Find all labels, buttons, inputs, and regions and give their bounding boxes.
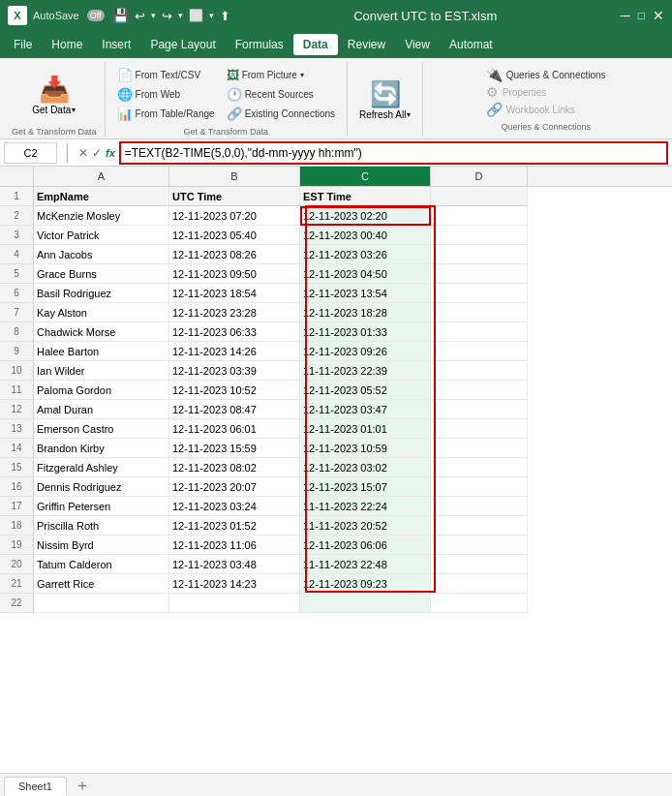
cell-empname[interactable]: Amal Duran — [34, 400, 169, 419]
cell-d[interactable] — [431, 400, 528, 419]
cell-utctime[interactable]: 12-11-2023 03:39 — [169, 361, 300, 381]
cell-utctime[interactable]: 12-11-2023 03:48 — [169, 555, 300, 574]
cell-d[interactable] — [431, 284, 528, 303]
cell-d[interactable] — [431, 458, 528, 477]
cell-empname[interactable]: Ian Wilder — [34, 361, 169, 381]
confirm-formula-icon[interactable]: ✓ — [92, 146, 102, 160]
cell-utctime[interactable]: 12-11-2023 07:20 — [169, 206, 300, 226]
cell-d[interactable] — [431, 322, 528, 342]
cell-esttime[interactable]: 12-11-2023 01:01 — [300, 419, 431, 439]
cell-d[interactable] — [431, 574, 528, 594]
cell-esttime[interactable]: 11-11-2023 20:52 — [300, 516, 431, 536]
cell-esttime[interactable]: 12-11-2023 10:59 — [300, 439, 431, 458]
cell-empname[interactable]: Victor Patrick — [34, 226, 169, 245]
cell-esttime[interactable]: 12-11-2023 01:33 — [300, 322, 431, 342]
cell-d[interactable] — [431, 303, 528, 322]
cell-esttime[interactable]: 12-11-2023 02:20 — [300, 206, 431, 226]
cell-esttime[interactable]: 11-11-2023 22:48 — [300, 555, 431, 574]
cancel-formula-icon[interactable]: ✕ — [78, 146, 88, 160]
existing-connections-button[interactable]: 🔗 Existing Connections — [223, 105, 339, 123]
cell-utctime[interactable]: 12-11-2023 14:26 — [169, 342, 300, 361]
cell-utctime[interactable]: 12-11-2023 06:33 — [169, 322, 300, 342]
menu-home[interactable]: Home — [42, 34, 92, 55]
cell-d[interactable] — [431, 381, 528, 400]
save-icon[interactable]: 💾 — [112, 8, 129, 23]
cell-empname[interactable]: Fitzgerald Ashley — [34, 458, 169, 477]
cell-empname[interactable] — [34, 594, 169, 613]
cell-esttime[interactable]: EST Time — [300, 187, 431, 206]
cell-utctime[interactable]: 12-11-2023 09:50 — [169, 264, 300, 284]
cell-empname[interactable]: Emerson Castro — [34, 419, 169, 439]
close-icon[interactable]: ✕ — [653, 8, 664, 23]
picture-dropdown[interactable]: ▾ — [300, 71, 304, 79]
quick-access-dropdown[interactable]: ▾ — [209, 11, 214, 20]
cell-empname[interactable]: Garrett Rice — [34, 574, 169, 594]
cell-d[interactable] — [431, 594, 528, 613]
queries-connections-button[interactable]: 🔌 Queries & Connections — [483, 66, 609, 83]
sheet-tab-sheet1[interactable]: Sheet1 — [4, 777, 67, 796]
cell-d[interactable] — [431, 187, 528, 206]
formula-input-box[interactable]: =TEXT(B2-TIME(5,0,0),"dd-mm-yyyy hh:mm") — [119, 141, 668, 165]
cell-empname[interactable]: Kay Alston — [34, 303, 169, 322]
cell-empname[interactable]: Paloma Gordon — [34, 381, 169, 400]
insert-function-icon[interactable]: fx — [106, 147, 115, 159]
cell-esttime[interactable]: 12-11-2023 04:50 — [300, 264, 431, 284]
cell-utctime[interactable]: 12-11-2023 15:59 — [169, 439, 300, 458]
autosave-toggle[interactable]: Off — [87, 10, 105, 21]
cell-d[interactable] — [431, 226, 528, 245]
cell-empname[interactable]: EmpName — [34, 187, 169, 206]
cell-empname[interactable]: Brandon Kirby — [34, 439, 169, 458]
share-icon[interactable]: ⬆ — [220, 9, 230, 23]
cell-esttime[interactable]: 11-11-2023 22:24 — [300, 497, 431, 516]
cell-utctime[interactable]: 12-11-2023 10:52 — [169, 381, 300, 400]
recent-sources-button[interactable]: 🕐 Recent Sources — [223, 85, 339, 104]
menu-page-layout[interactable]: Page Layout — [140, 34, 225, 55]
quick-access-more[interactable]: ⬜ — [189, 9, 203, 22]
cell-esttime[interactable]: 12-11-2023 06:06 — [300, 536, 431, 555]
cell-utctime[interactable]: 12-11-2023 14:23 — [169, 574, 300, 594]
get-data-button[interactable]: 📥 Get Data ▾ — [28, 73, 79, 117]
redo-icon[interactable]: ↪ — [162, 9, 172, 23]
refresh-dropdown[interactable]: ▾ — [407, 110, 411, 119]
cell-utctime[interactable]: 12-11-2023 18:54 — [169, 284, 300, 303]
cell-d[interactable] — [431, 342, 528, 361]
from-table-range-button[interactable]: 📊 From Table/Range — [113, 105, 219, 123]
cell-esttime[interactable]: 12-11-2023 09:26 — [300, 342, 431, 361]
cell-utctime[interactable]: 12-11-2023 01:52 — [169, 516, 300, 536]
maximize-icon[interactable]: □ — [638, 9, 645, 22]
cell-esttime[interactable]: 12-11-2023 00:40 — [300, 226, 431, 245]
cell-empname[interactable]: Tatum Calderon — [34, 555, 169, 574]
cell-d[interactable] — [431, 361, 528, 381]
cell-utctime[interactable]: 12-11-2023 08:47 — [169, 400, 300, 419]
from-web-button[interactable]: 🌐 From Web — [113, 85, 219, 104]
from-text-csv-button[interactable]: 📄 From Text/CSV — [113, 66, 219, 84]
cell-d[interactable] — [431, 419, 528, 439]
cell-empname[interactable]: Ann Jacobs — [34, 245, 169, 264]
cell-empname[interactable]: Basil Rodriguez — [34, 284, 169, 303]
cell-d[interactable] — [431, 516, 528, 536]
cell-utctime[interactable]: 12-11-2023 23:28 — [169, 303, 300, 322]
menu-data[interactable]: Data — [293, 34, 338, 55]
cell-esttime[interactable]: 12-11-2023 18:28 — [300, 303, 431, 322]
cell-utctime[interactable] — [169, 594, 300, 613]
cell-utctime[interactable]: 12-11-2023 03:24 — [169, 497, 300, 516]
col-header-d[interactable]: D — [431, 167, 528, 186]
cell-utctime[interactable]: 12-11-2023 20:07 — [169, 477, 300, 497]
add-sheet-button[interactable]: ＋ — [67, 776, 98, 796]
col-header-c[interactable]: C — [300, 167, 431, 186]
cell-esttime[interactable]: 12-11-2023 13:54 — [300, 284, 431, 303]
cell-empname[interactable]: McKenzie Mosley — [34, 206, 169, 226]
cell-d[interactable] — [431, 477, 528, 497]
cell-d[interactable] — [431, 439, 528, 458]
cell-d[interactable] — [431, 245, 528, 264]
cell-utctime[interactable]: UTC Time — [169, 187, 300, 206]
menu-automate[interactable]: Automat — [440, 34, 503, 55]
menu-view[interactable]: View — [395, 34, 440, 55]
col-header-a[interactable]: A — [34, 167, 169, 186]
col-header-b[interactable]: B — [169, 167, 300, 186]
undo-dropdown[interactable]: ▾ — [151, 11, 156, 20]
menu-formulas[interactable]: Formulas — [226, 34, 293, 55]
cell-utctime[interactable]: 12-11-2023 05:40 — [169, 226, 300, 245]
cell-esttime[interactable] — [300, 594, 431, 613]
cell-esttime[interactable]: 12-11-2023 15:07 — [300, 477, 431, 497]
